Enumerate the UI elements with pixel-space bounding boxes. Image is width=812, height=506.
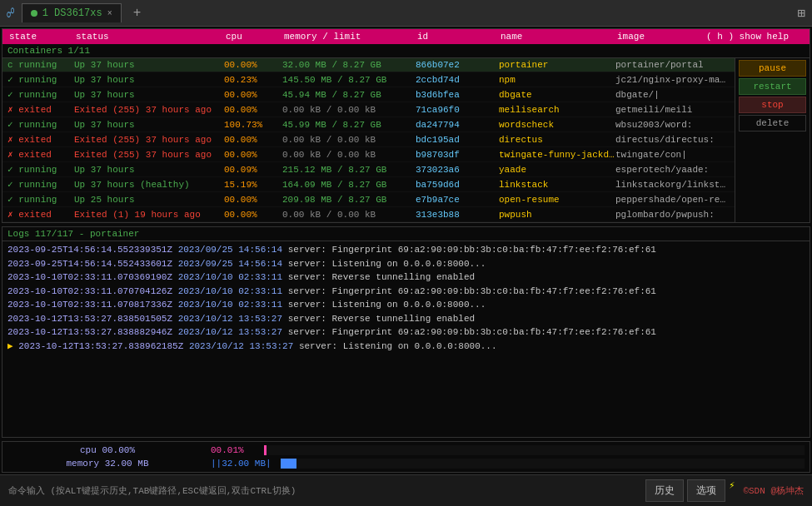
table-row[interactable]: ✓ running Up 37 hours 100.73% 45.99 MB /… xyxy=(2,117,735,132)
logs-section: Logs 117/117 - portainer 2023-09-25T14:5… xyxy=(2,226,810,438)
container-id: da247794 xyxy=(416,120,499,130)
container-cpu: 00.00% xyxy=(224,150,282,160)
container-id: b98703df xyxy=(416,150,499,160)
log-line: 2023-09-25T14:56:14.552433601Z 2023/09/2… xyxy=(7,257,805,271)
log-timestamp1: 2023-10-10T02:33:11.070817336Z xyxy=(7,300,172,310)
col-name: name xyxy=(499,32,615,42)
container-name: linkstack xyxy=(499,180,615,190)
action-panel: pause restart stop delete xyxy=(735,58,810,222)
container-uptime: Up 37 hours xyxy=(74,60,224,70)
col-image: image xyxy=(615,32,705,42)
log-line: 2023-10-10T02:33:11.070704126Z 2023/10/1… xyxy=(7,285,805,299)
tab-dot xyxy=(31,10,37,17)
container-id: ba759d6d xyxy=(416,180,499,190)
delete-button[interactable]: delete xyxy=(739,115,806,131)
table-row[interactable]: ✓ running Up 37 hours 00.23% 145.50 MB /… xyxy=(2,72,735,87)
container-cpu: 00.00% xyxy=(224,105,282,115)
table-row[interactable]: ✓ running Up 37 hours (healthy) 15.19% 1… xyxy=(2,177,735,192)
mem-bar-container xyxy=(281,459,805,469)
cpu-bar-fill xyxy=(264,445,267,455)
title-bar-left: ☍ 1 DS3617xs × + xyxy=(7,3,146,22)
container-check: ✓ running xyxy=(7,164,74,175)
log-message: server: Fingerprint 69:a2:90:09:bb:3b:c0… xyxy=(288,245,656,255)
container-image: linkstackorg/linkstack: xyxy=(615,180,730,190)
log-message: server: Fingerprint 69:a2:90:09:bb:3b:c0… xyxy=(288,286,656,296)
table-header: state status cpu memory / limit id name … xyxy=(2,29,810,44)
log-line: 2023-10-10T02:33:11.070369190Z 2023/10/1… xyxy=(7,270,805,285)
table-row[interactable]: ✗ exited Exited (255) 37 hours ago 00.00… xyxy=(2,147,735,162)
container-name: npm xyxy=(499,75,615,85)
container-check: ✗ exited xyxy=(7,134,74,145)
grid-icon[interactable]: ⊞ xyxy=(797,7,805,22)
container-uptime: Exited (255) 37 hours ago xyxy=(74,105,224,115)
table-row[interactable]: ✓ running Up 37 hours 00.00% 45.94 MB / … xyxy=(2,87,735,102)
command-label: 命令输入 (按ALT键提示历史,TAB键路径,ESC键返回,双击CTRL切换) xyxy=(8,484,296,497)
title-bar: ☍ 1 DS3617xs × + ⊞ xyxy=(0,0,812,27)
command-input[interactable] xyxy=(299,485,637,497)
folder-icon[interactable]: ☍ xyxy=(7,5,15,22)
log-timestamp2: 2023/10/12 13:53:27 xyxy=(178,327,282,337)
tab-label: 1 DS3617xs xyxy=(42,7,102,19)
container-check: ✓ running xyxy=(7,89,74,100)
log-timestamp2: 2023/10/10 02:33:11 xyxy=(178,272,282,282)
container-name: pwpush xyxy=(499,210,615,220)
container-memory: 0.00 kB / 0.00 kB xyxy=(282,210,416,220)
container-id: 71ca96f0 xyxy=(416,105,499,115)
container-cpu: 00.00% xyxy=(224,210,282,220)
mem-stats-row: memory 32.00 MB ||32.00 MB| xyxy=(7,459,805,469)
cmd-buttons: 历史 选项 ⚡ xyxy=(645,479,735,502)
col-status: status xyxy=(74,32,224,42)
title-bar-right: ⊞ xyxy=(797,5,805,22)
logs-title: Logs 117/117 - portainer xyxy=(2,227,810,241)
log-message: server: Fingerprint 69:a2:90:09:bb:3b:c0… xyxy=(288,327,656,337)
log-message: server: Listening on 0.0.0.0:8000... xyxy=(288,300,486,310)
mem-value: ||32.00 MB| xyxy=(211,459,277,469)
log-line: 2023-10-12T13:53:27.838882946Z 2023/10/1… xyxy=(7,325,805,340)
table-row[interactable]: ✗ exited Exited (1) 19 hours ago 00.00% … xyxy=(2,207,735,222)
log-line: 2023-10-10T02:33:11.070817336Z 2023/10/1… xyxy=(7,298,805,312)
tab-close[interactable]: × xyxy=(107,9,112,18)
command-input-area: 命令输入 (按ALT键提示历史,TAB键路径,ESC键返回,双击CTRL切换) xyxy=(8,484,637,497)
history-button[interactable]: 历史 xyxy=(645,479,684,502)
pause-button[interactable]: pause xyxy=(739,60,806,77)
container-cpu: 00.00% xyxy=(224,195,282,205)
log-timestamp2: 2023/10/12 13:53:27 xyxy=(189,341,293,351)
table-row[interactable]: ✗ exited Exited (255) 37 hours ago 00.00… xyxy=(2,132,735,147)
container-cpu: 00.23% xyxy=(224,75,282,85)
container-image: wbsu2003/word: xyxy=(615,120,730,130)
container-check: ✗ exited xyxy=(7,104,74,115)
containers-section-title: Containers 1/11 xyxy=(2,44,810,58)
table-row[interactable]: ✗ exited Exited (255) 37 hours ago 00.00… xyxy=(2,102,735,117)
tab-add-button[interactable]: + xyxy=(128,6,147,21)
container-name: twingate-funny-jackdaw xyxy=(499,150,615,160)
col-state: state xyxy=(7,32,74,42)
container-name: portainer xyxy=(499,60,615,70)
main-content: state status cpu memory / limit id name … xyxy=(0,27,812,506)
table-row[interactable]: ✓ running Up 37 hours 00.09% 215.12 MB /… xyxy=(2,162,735,177)
log-message: server: Reverse tunnelling enabled xyxy=(288,314,475,324)
container-id: e7b9a7ce xyxy=(416,195,499,205)
container-id: b3d6bfea xyxy=(416,90,499,100)
container-memory: 0.00 kB / 0.00 kB xyxy=(282,105,416,115)
container-memory: 45.94 MB / 8.27 GB xyxy=(282,90,416,100)
restart-button[interactable]: restart xyxy=(739,78,806,95)
container-check: ✗ exited xyxy=(7,209,74,220)
container-uptime: Up 37 hours xyxy=(74,165,224,175)
container-uptime: Exited (255) 37 hours ago xyxy=(74,150,224,160)
stop-button[interactable]: stop xyxy=(739,97,806,113)
container-id: 2ccbd74d xyxy=(416,75,499,85)
log-timestamp1: 2023-10-12T13:53:27.838962185Z xyxy=(18,341,183,351)
container-uptime: Up 37 hours xyxy=(74,75,224,85)
option-button[interactable]: 选项 xyxy=(687,479,725,502)
table-row[interactable]: c running Up 37 hours 00.00% 32.00 MB / … xyxy=(2,58,735,72)
log-line: 2023-09-25T14:56:14.552339351Z 2023/09/2… xyxy=(7,243,805,257)
container-image: jc21/nginx-proxy-manager: xyxy=(615,75,730,85)
main-tab[interactable]: 1 DS3617xs × xyxy=(22,3,122,22)
container-uptime: Up 25 hours xyxy=(74,195,224,205)
container-uptime: Up 37 hours xyxy=(74,90,224,100)
mem-label: memory 32.00 MB xyxy=(7,459,207,469)
table-row[interactable]: ✓ running Up 25 hours 00.00% 209.98 MB /… xyxy=(2,192,735,207)
log-timestamp1: 2023-10-12T13:53:27.838501505Z xyxy=(7,314,172,324)
container-image: directus/directus: xyxy=(615,135,730,145)
container-uptime: Up 37 hours xyxy=(74,120,224,130)
